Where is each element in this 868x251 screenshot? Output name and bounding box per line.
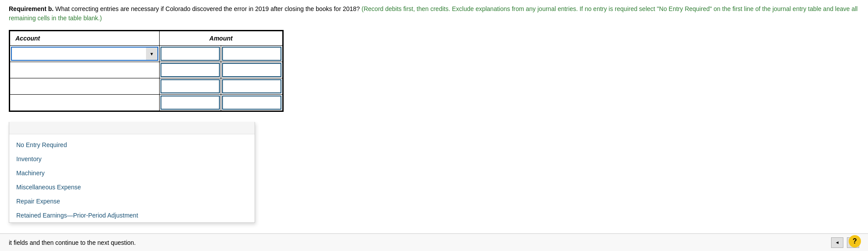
account-input-wrapper-1: ▼ [11, 47, 158, 61]
credit-input-4[interactable] [222, 96, 281, 110]
account-text-input-4[interactable] [11, 96, 158, 110]
dropdown-item-misc-expense[interactable]: Miscellaneous Expense [9, 180, 255, 194]
credit-cell-3 [221, 78, 283, 95]
debit-input-3[interactable] [160, 79, 220, 93]
dropdown-item-repair-expense[interactable]: Repair Expense [9, 194, 255, 208]
debit-cell-3 [160, 78, 221, 95]
credit-input-1[interactable] [222, 47, 281, 61]
table-row [10, 95, 283, 111]
account-dropdown[interactable]: No Entry Required Inventory Machinery Mi… [9, 122, 255, 223]
help-button[interactable]: ? [849, 235, 861, 247]
account-text-input-3[interactable] [11, 79, 158, 93]
table-row [10, 62, 283, 78]
debit-cell-1 [160, 46, 221, 62]
main-content: Requirement b. What correcting entries a… [0, 0, 868, 126]
prev-button[interactable]: ◄ [831, 237, 843, 248]
account-cell-3 [10, 78, 160, 95]
table-row [10, 78, 283, 95]
debit-cell-2 [160, 62, 221, 78]
credit-input-3[interactable] [222, 79, 281, 93]
bottom-bar: it fields and then continue to the next … [0, 233, 868, 251]
account-column-header: Account [10, 31, 160, 46]
debit-input-1[interactable] [160, 47, 220, 61]
credit-cell-4 [221, 95, 283, 111]
bottom-instruction-text: it fields and then continue to the next … [9, 239, 136, 246]
credit-input-2[interactable] [222, 63, 281, 77]
account-text-input-1[interactable] [11, 47, 158, 61]
requirement-section: Requirement b. What correcting entries a… [9, 4, 859, 23]
account-cell-4 [10, 95, 160, 111]
debit-input-2[interactable] [160, 63, 220, 77]
debit-input-4[interactable] [160, 96, 220, 110]
credit-cell-2 [221, 62, 283, 78]
table-row: ▼ [10, 46, 283, 62]
journal-table: Account Amount ▼ [10, 31, 283, 111]
dropdown-item-machinery[interactable]: Machinery [9, 166, 255, 180]
dropdown-item-inventory[interactable]: Inventory [9, 152, 255, 166]
dropdown-item-no-entry[interactable]: No Entry Required [9, 138, 255, 152]
bottom-text-content: it fields and then continue to the next … [9, 239, 136, 246]
amount-column-header: Amount [160, 31, 283, 46]
dropdown-search-row [9, 122, 255, 134]
dropdown-item-retained-earnings[interactable]: Retained Earnings—Prior-Period Adjustmen… [9, 208, 255, 222]
requirement-main-text: What correcting entries are necessary if… [55, 5, 360, 12]
account-text-input-2[interactable] [11, 63, 158, 77]
debit-cell-4 [160, 95, 221, 111]
requirement-label: Requirement b. [9, 5, 54, 12]
account-cell-2 [10, 62, 160, 78]
credit-cell-1 [221, 46, 283, 62]
journal-table-container: Account Amount ▼ [9, 30, 284, 112]
account-cell-1: ▼ [10, 46, 160, 62]
